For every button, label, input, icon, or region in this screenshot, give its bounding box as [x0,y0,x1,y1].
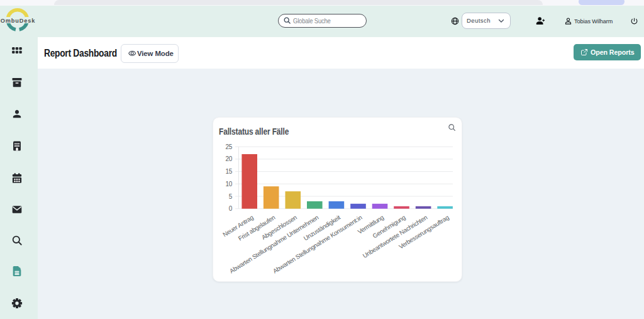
svg-text:20: 20 [225,155,232,162]
svg-text:Frist abgelaufen: Frist abgelaufen [237,214,277,242]
svg-text:15: 15 [225,168,232,175]
svg-text:5: 5 [229,193,233,199]
svg-text:10: 10 [225,181,232,187]
svg-text:0: 0 [229,205,233,212]
svg-text:25: 25 [225,143,232,150]
